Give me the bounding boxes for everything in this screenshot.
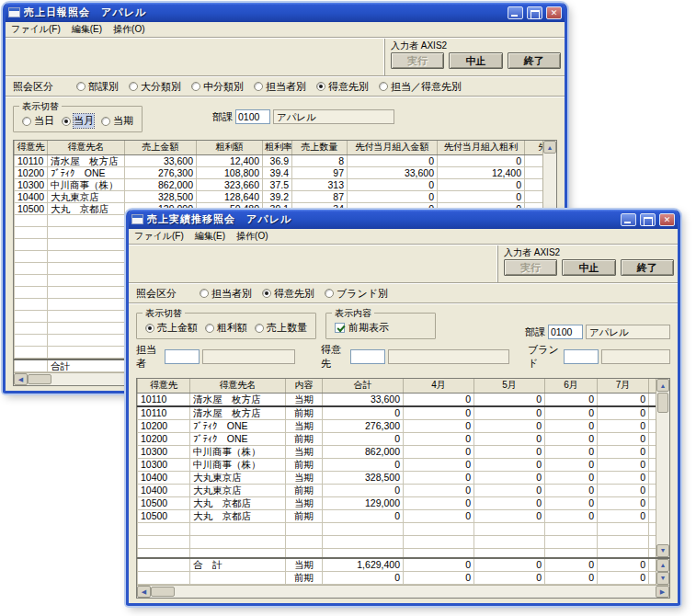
window-title: 売上実績推移照会 アパレル bbox=[147, 212, 617, 226]
radio-option[interactable]: 売上金額 bbox=[145, 321, 198, 335]
close-button[interactable] bbox=[659, 213, 675, 226]
scroll-up-button[interactable] bbox=[656, 379, 669, 392]
table-row[interactable]: 10400大丸東京店前期00000 bbox=[138, 484, 656, 496]
table-row[interactable]: 前期00000 bbox=[138, 572, 656, 585]
maximize-button[interactable] bbox=[527, 6, 542, 19]
total-scroll-up-button[interactable] bbox=[656, 559, 669, 572]
table-cell: 0 bbox=[474, 509, 545, 522]
table-cell bbox=[649, 432, 656, 445]
table-cell bbox=[649, 471, 656, 484]
scroll-track[interactable] bbox=[656, 414, 669, 544]
radio-option[interactable]: 当月 bbox=[62, 114, 94, 128]
menu-item[interactable]: 操作(O) bbox=[236, 230, 268, 243]
table-cell: 12,400 bbox=[438, 166, 525, 178]
staff-code-input[interactable] bbox=[165, 349, 200, 364]
brand-code-input[interactable] bbox=[564, 349, 599, 364]
scroll-left-button[interactable] bbox=[14, 373, 28, 385]
radio-option[interactable]: 粗利額 bbox=[205, 321, 247, 335]
scroll-thumb[interactable] bbox=[151, 587, 175, 597]
table-row[interactable]: 10110清水屋 枚方店前期00000 bbox=[138, 406, 656, 420]
table-cell: 前期 bbox=[286, 406, 323, 420]
menu-item[interactable]: 編集(E) bbox=[195, 230, 225, 243]
table-cell: 0 bbox=[474, 471, 545, 484]
table-cell bbox=[474, 535, 545, 548]
display-switch-group: 表示切替 当日当月当期 bbox=[13, 106, 143, 132]
scroll-thumb[interactable] bbox=[657, 393, 668, 413]
table-row[interactable] bbox=[138, 535, 656, 548]
horizontal-scrollbar[interactable] bbox=[137, 585, 669, 598]
table-row[interactable]: 10300中川商事（株）当期862,0000000 bbox=[138, 445, 656, 458]
menu-item[interactable]: ファイル(F) bbox=[11, 23, 61, 36]
minimize-button[interactable] bbox=[508, 6, 523, 19]
scroll-right-button[interactable] bbox=[656, 586, 669, 598]
menu-item[interactable]: 操作(O) bbox=[113, 23, 144, 36]
run-button[interactable]: 実行 bbox=[391, 52, 444, 69]
radio-option[interactable]: 大分類別 bbox=[129, 80, 181, 94]
table-row[interactable]: 10400大丸東京店328,500128,64039.28700 bbox=[15, 190, 543, 202]
radio-option[interactable]: 担当者別 bbox=[200, 287, 252, 301]
table-cell: 前期 bbox=[286, 458, 323, 471]
header-blank-area bbox=[129, 245, 497, 282]
prior-period-checkbox[interactable]: 前期表示 bbox=[335, 321, 389, 335]
table-cell bbox=[545, 548, 598, 557]
table-row[interactable]: 合 計当期1,629,4000000 bbox=[138, 559, 656, 572]
scroll-down-button[interactable] bbox=[656, 544, 669, 557]
customer-code-input[interactable] bbox=[350, 349, 385, 364]
radio-option[interactable]: 担当／得意先別 bbox=[379, 80, 462, 94]
table-row[interactable]: 10300中川商事（株）前期00000 bbox=[138, 458, 656, 471]
radio-option[interactable]: 得意先別 bbox=[316, 80, 369, 94]
scroll-left-button[interactable] bbox=[137, 586, 151, 598]
radio-option[interactable]: 中分類別 bbox=[191, 80, 244, 94]
maximize-button[interactable] bbox=[640, 213, 656, 226]
table-cell bbox=[48, 262, 125, 274]
menu-item[interactable]: 編集(E) bbox=[72, 23, 102, 36]
table-cell: 12,400 bbox=[197, 154, 263, 166]
table-cell bbox=[48, 322, 125, 334]
department-code-input[interactable] bbox=[548, 325, 583, 339]
radio-option[interactable]: 売上数量 bbox=[255, 321, 307, 335]
minimize-button[interactable] bbox=[621, 213, 636, 226]
table-row[interactable]: 10200ﾌﾞﾃｨｸ ONE前期00000 bbox=[138, 432, 656, 445]
column-header: 先付当月組入粗利 bbox=[438, 141, 525, 154]
table-row[interactable] bbox=[138, 548, 656, 557]
radio-option[interactable]: 得意先別 bbox=[262, 287, 314, 301]
quit-button[interactable]: 終了 bbox=[508, 52, 561, 69]
menu-item[interactable]: ファイル(F) bbox=[134, 230, 184, 243]
table-row[interactable]: 10400大丸東京店当期328,5000000 bbox=[138, 471, 656, 484]
cancel-button[interactable]: 中止 bbox=[449, 52, 502, 69]
cancel-button[interactable]: 中止 bbox=[562, 259, 615, 276]
table-cell bbox=[649, 445, 656, 458]
header-action-area: 入力者 AXIS2 実行 中止 終了 bbox=[497, 245, 678, 282]
department-code-input[interactable] bbox=[235, 109, 270, 124]
table-row[interactable]: 10500大丸 京都店当期129,0000000 bbox=[138, 496, 656, 509]
vertical-scrollbar[interactable] bbox=[656, 379, 669, 557]
table-cell bbox=[48, 310, 125, 322]
table-cell bbox=[15, 346, 48, 358]
radio-option[interactable]: 部課別 bbox=[76, 80, 119, 94]
scroll-track[interactable] bbox=[175, 586, 656, 598]
scroll-up-button[interactable] bbox=[543, 141, 556, 154]
checkbox-label: 前期表示 bbox=[348, 321, 389, 335]
quit-button[interactable]: 終了 bbox=[621, 259, 674, 276]
table-cell: 0 bbox=[438, 190, 525, 202]
table-row[interactable]: 10200ﾌﾞﾃｨｸ ONE当期276,3000000 bbox=[138, 419, 656, 432]
radio-option[interactable]: 担当者別 bbox=[254, 80, 306, 94]
table-row[interactable] bbox=[138, 522, 656, 535]
table-cell: 0 bbox=[545, 484, 598, 496]
table-row[interactable]: 10110清水屋 枚方店33,60012,40036.9800 bbox=[15, 154, 543, 166]
table-row[interactable]: 10300中川商事（株）862,000323,66037.531300 bbox=[15, 178, 543, 190]
radio-option[interactable]: 当期 bbox=[101, 114, 133, 128]
table-cell: 0 bbox=[545, 393, 598, 406]
run-button[interactable]: 実行 bbox=[504, 259, 557, 276]
table-row[interactable]: 10110清水屋 枚方店当期33,6000000 bbox=[138, 393, 656, 406]
radio-option[interactable]: 当日 bbox=[22, 114, 54, 128]
radio-option[interactable]: ブランド別 bbox=[325, 287, 388, 301]
scroll-thumb[interactable] bbox=[28, 374, 51, 384]
table-cell: 33,600 bbox=[348, 166, 438, 178]
table-row[interactable]: 10500大丸 京都店前期00000 bbox=[138, 509, 656, 522]
radio-label: ブランド別 bbox=[337, 287, 388, 301]
table-cell: 10110 bbox=[138, 406, 190, 420]
table-row[interactable]: 10200ﾌﾞﾃｨｸ ONE276,300108,80039.49733,600… bbox=[15, 166, 543, 178]
close-button[interactable] bbox=[546, 6, 562, 19]
total-scroll-down-button[interactable] bbox=[656, 572, 669, 585]
